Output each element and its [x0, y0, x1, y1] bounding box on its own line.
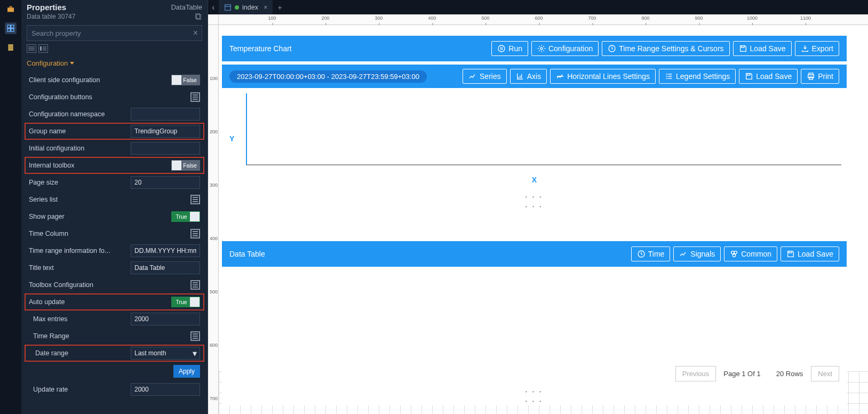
prop-label: Series list	[29, 196, 186, 203]
resize-handle[interactable]: ● ● ●● ● ●	[222, 189, 847, 211]
svg-point-33	[734, 251, 737, 254]
prop-label: Title text	[29, 264, 126, 272]
input-config-namespace[interactable]	[131, 108, 200, 121]
previous-button[interactable]: Previous	[675, 366, 716, 381]
properties-panel: Properties DataTable Data table 30747 × …	[21, 0, 208, 414]
main-area: ‹ index × + 100 200 300 400 500 600 700 …	[208, 0, 868, 414]
input-time-range-info[interactable]	[131, 244, 200, 257]
prop-label: Date range	[29, 349, 126, 357]
select-date-range[interactable]: Last month	[131, 347, 200, 360]
load-save-button-3[interactable]: Load Save	[781, 246, 839, 261]
input-page-size[interactable]	[131, 176, 200, 189]
datatable-title: Data Table	[229, 250, 265, 258]
section-configuration[interactable]: Configuration	[21, 55, 208, 71]
temperature-chart-widget[interactable]: Temperature Chart Run Configuration Time…	[222, 36, 847, 211]
ruler-horizontal: 100 200 300 400 500 600 700 800 900 1000…	[219, 14, 868, 25]
pager: Previous Page 1 Of 1 20 Rows Next	[222, 363, 847, 384]
tab-close-icon[interactable]: ×	[264, 3, 268, 11]
resize-handle[interactable]: ● ● ●● ● ●	[222, 384, 847, 405]
list-editor-icon[interactable]	[190, 229, 200, 238]
prop-label: Show pager	[29, 213, 167, 220]
tab-index[interactable]: index ×	[219, 0, 273, 14]
list-editor-icon[interactable]	[190, 195, 200, 204]
copy-icon[interactable]	[195, 13, 202, 20]
prop-label: Internal toolbox	[29, 162, 167, 169]
svg-rect-5	[11, 29, 14, 31]
rows-indicator[interactable]: 20 Rows	[768, 366, 811, 381]
input-max-entries[interactable]	[131, 313, 200, 325]
time-range-settings-button[interactable]: Time Range Settings & Cursors	[602, 41, 729, 56]
toolbox-icon[interactable]	[5, 3, 17, 15]
left-rail	[0, 0, 21, 414]
view-list-icon[interactable]	[27, 44, 36, 53]
axis-button[interactable]: Axis	[510, 69, 547, 84]
tab-page-icon	[224, 4, 232, 11]
prop-label: Time Range	[29, 332, 186, 340]
page-indicator: Page 1 Of 1	[716, 367, 768, 381]
tab-prev-icon[interactable]: ‹	[208, 0, 219, 14]
properties-type: DataTable	[171, 3, 202, 11]
svg-rect-15	[40, 46, 42, 51]
document-icon[interactable]	[5, 42, 17, 53]
properties-title: Properties	[27, 3, 66, 12]
prop-label: Time range information fo...	[29, 247, 126, 254]
svg-point-21	[498, 45, 505, 52]
prop-label: Configuration buttons	[29, 93, 186, 101]
prop-label: Initial configuration	[29, 145, 126, 152]
signals-button[interactable]: Signals	[673, 246, 721, 261]
svg-rect-26	[741, 46, 744, 47]
search-clear-icon[interactable]: ×	[193, 28, 198, 38]
apply-button[interactable]: Apply	[173, 365, 200, 378]
toggle-internal-toolbox[interactable]: False	[171, 160, 200, 171]
canvas[interactable]: Temperature Chart Run Configuration Time…	[219, 25, 868, 414]
load-save-button-2[interactable]: Load Save	[739, 69, 798, 84]
search-input[interactable]	[27, 25, 202, 41]
svg-point-32	[731, 251, 734, 254]
horizontal-lines-button[interactable]: Horizontal Lines Settings	[550, 69, 656, 84]
list-editor-icon[interactable]	[190, 92, 200, 102]
view-detail-icon[interactable]	[38, 44, 48, 53]
data-table-widget[interactable]: Data Table Time Signals Common Load Save…	[222, 241, 847, 405]
list-editor-icon[interactable]	[190, 331, 200, 341]
svg-rect-22	[500, 47, 501, 50]
legend-settings-button[interactable]: Legend Settings	[659, 69, 736, 84]
svg-rect-3	[11, 25, 14, 28]
chart-plot-area: Y X	[222, 88, 847, 189]
tab-add-icon[interactable]: +	[273, 0, 286, 14]
svg-rect-2	[7, 25, 10, 28]
tab-label: index	[242, 4, 258, 11]
svg-rect-4	[7, 29, 10, 31]
input-group-name[interactable]	[131, 125, 200, 138]
toggle-show-pager[interactable]: True	[171, 211, 200, 222]
tab-bar: ‹ index × +	[208, 0, 868, 14]
svg-point-24	[540, 47, 543, 50]
prop-label: Time Column	[29, 230, 186, 237]
properties-subtitle: Data table 30747	[27, 13, 75, 20]
time-button[interactable]: Time	[631, 246, 671, 261]
toggle-auto-update[interactable]: True	[171, 297, 200, 307]
input-title-text[interactable]	[131, 261, 200, 274]
date-range-pill[interactable]: 2023-09-27T00:00:00+03:00 - 2023-09-27T2…	[229, 70, 427, 83]
series-button[interactable]: Series	[463, 69, 507, 84]
chart-title: Temperature Chart	[229, 44, 292, 53]
prop-label: Max entries	[29, 315, 126, 323]
configuration-button[interactable]: Configuration	[531, 41, 599, 56]
list-editor-icon[interactable]	[190, 280, 200, 290]
input-update-rate[interactable]	[131, 383, 200, 396]
run-button[interactable]: Run	[491, 41, 528, 56]
next-button[interactable]: Next	[811, 366, 839, 381]
x-axis-label: X	[532, 176, 537, 184]
svg-rect-19	[225, 4, 231, 10]
ruler-corner	[208, 14, 219, 25]
common-button[interactable]: Common	[724, 246, 777, 261]
input-initial-config[interactable]	[131, 142, 200, 155]
export-button[interactable]: Export	[795, 41, 839, 56]
layout-icon[interactable]	[5, 22, 17, 34]
svg-rect-35	[789, 251, 792, 253]
print-button[interactable]: Print	[801, 69, 839, 84]
load-save-button[interactable]: Load Save	[733, 41, 792, 56]
prop-label: Toolbox Configuration	[29, 281, 186, 289]
toggle-client-side-config[interactable]: False	[171, 75, 200, 85]
svg-rect-0	[7, 7, 14, 12]
svg-rect-1	[9, 6, 12, 8]
